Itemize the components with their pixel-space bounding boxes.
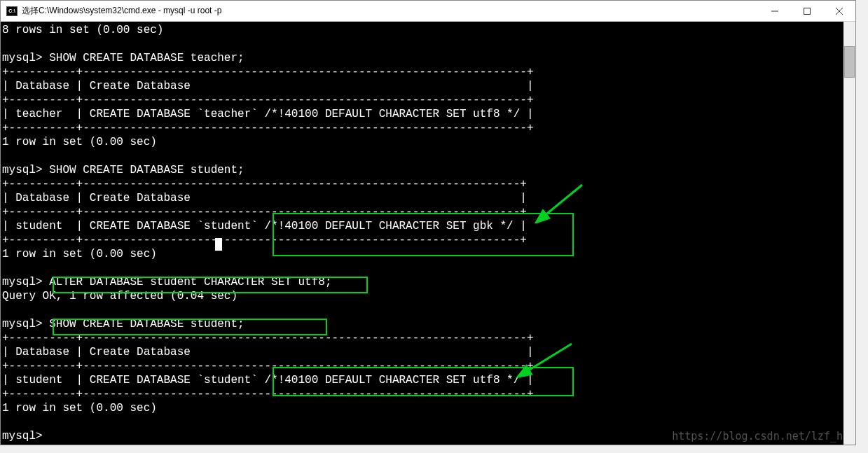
terminal-line: | teacher | CREATE DATABASE `teacher` /*… bbox=[2, 108, 534, 120]
terminal-line: mysql> SHOW CREATE DATABASE teacher; bbox=[2, 52, 244, 64]
terminal-line: mysql> ALTER DATABASE student CHARACTER … bbox=[2, 276, 331, 288]
terminal-line: mysql> bbox=[2, 430, 43, 442]
window-title: 选择C:\Windows\system32\cmd.exe - mysql -u… bbox=[22, 5, 759, 17]
terminal-line: | student | CREATE DATABASE `student` /*… bbox=[2, 220, 527, 232]
terminal-line: | student | CREATE DATABASE `student` /*… bbox=[2, 374, 534, 386]
svg-line-4 bbox=[544, 185, 582, 216]
titlebar-buttons bbox=[759, 1, 855, 21]
terminal-line: +----------+----------------------------… bbox=[2, 94, 534, 106]
vertical-scrollbar[interactable] bbox=[843, 22, 855, 445]
terminal-line: +----------+----------------------------… bbox=[2, 206, 527, 218]
titlebar: C:\ 选择C:\Windows\system32\cmd.exe - mysq… bbox=[1, 1, 855, 22]
terminal-line: +----------+----------------------------… bbox=[2, 122, 534, 134]
terminal-line: 1 row in set (0.00 sec) bbox=[2, 402, 157, 414]
terminal-line: +----------+----------------------------… bbox=[2, 234, 527, 246]
terminal-line: 1 row in set (0.00 sec) bbox=[2, 248, 157, 260]
text-cursor bbox=[215, 238, 222, 251]
cmd-window: C:\ 选择C:\Windows\system32\cmd.exe - mysq… bbox=[0, 0, 856, 445]
terminal-line: mysql> SHOW CREATE DATABASE student; bbox=[2, 164, 244, 176]
cmd-icon: C:\ bbox=[6, 6, 18, 16]
terminal-line: mysql> SHOW CREATE DATABASE student; bbox=[2, 318, 244, 330]
terminal-line: +----------+----------------------------… bbox=[2, 360, 534, 372]
terminal-line: | Database | Create Database | bbox=[2, 346, 534, 358]
watermark-text: https://blog.csdn.net/lzf_h bbox=[672, 429, 843, 443]
arrow-to-gbk bbox=[533, 181, 589, 223]
scrollbar-thumb[interactable] bbox=[844, 46, 855, 78]
terminal-line: 8 rows in set (0.00 sec) bbox=[2, 24, 163, 36]
terminal-line: | Database | Create Database | bbox=[2, 80, 534, 92]
close-button[interactable] bbox=[823, 1, 855, 22]
terminal-line: +----------+----------------------------… bbox=[2, 66, 534, 78]
svg-rect-1 bbox=[804, 8, 811, 15]
terminal-line: +----------+----------------------------… bbox=[2, 332, 534, 344]
terminal-line: Query OK, 1 row affected (0.04 sec) bbox=[2, 290, 237, 302]
minimize-button[interactable] bbox=[759, 1, 791, 22]
terminal-line: +----------+----------------------------… bbox=[2, 178, 527, 190]
terminal-line: +----------+----------------------------… bbox=[2, 388, 534, 400]
terminal-output[interactable]: 8 rows in set (0.00 sec) mysql> SHOW CRE… bbox=[1, 22, 855, 445]
terminal-line: 1 row in set (0.00 sec) bbox=[2, 136, 157, 148]
terminal-line: | Database | Create Database | bbox=[2, 192, 527, 204]
maximize-button[interactable] bbox=[791, 1, 823, 22]
